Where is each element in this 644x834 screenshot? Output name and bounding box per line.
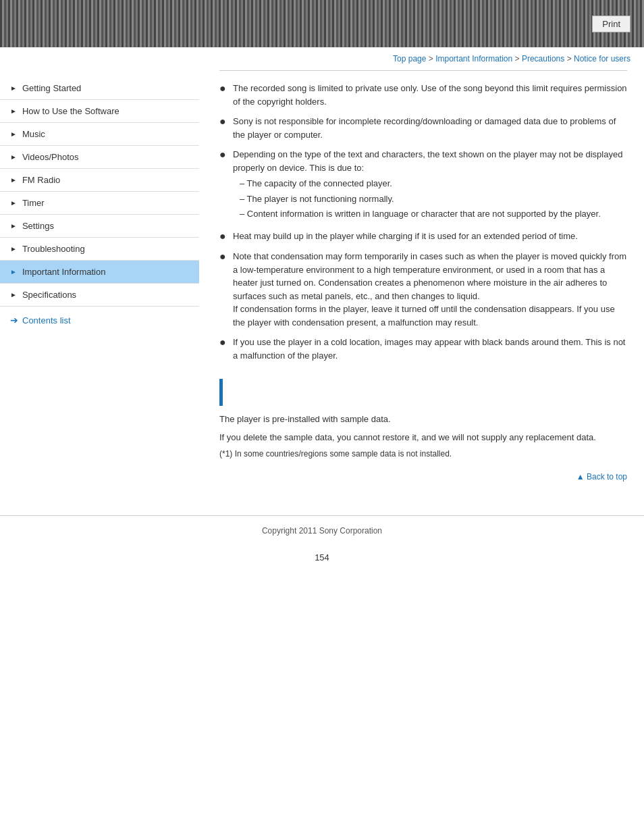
breadcrumb-top-page[interactable]: Top page	[393, 54, 426, 63]
sidebar-label-music: Music	[22, 129, 45, 139]
list-item-text: Sony is not responsible for incomplete r…	[233, 115, 627, 141]
sidebar-arrow-fm-radio: ►	[10, 176, 17, 184]
contents-list-link[interactable]: ➔ Contents list	[0, 307, 199, 334]
sample-data-line2: If you delete the sample data, you canno…	[219, 431, 627, 445]
bullet-dot: ●	[219, 148, 229, 162]
sidebar-label-settings: Settings	[22, 221, 54, 231]
blue-bar-icon	[219, 379, 223, 406]
list-item: ● If you use the player in a cold locati…	[219, 336, 627, 362]
sub-list-item: The player is not functioning normally.	[240, 192, 627, 206]
contents-arrow-icon: ➔	[10, 315, 18, 325]
sidebar-item-troubleshooting[interactable]: ► Troubleshooting	[0, 238, 199, 261]
print-button[interactable]: Print	[592, 16, 630, 32]
breadcrumb-sep-3: >	[567, 54, 574, 63]
page-number: 154	[0, 546, 644, 569]
list-item: ● Note that condensation may form tempor…	[219, 250, 627, 329]
footer: Copyright 2011 Sony Corporation	[0, 515, 644, 546]
sidebar-item-specifications[interactable]: ► Specifications	[0, 284, 199, 307]
sample-data-note: (*1) In some countries/regions some samp…	[219, 449, 627, 459]
sidebar-item-timer[interactable]: ► Timer	[0, 192, 199, 215]
sidebar-item-music[interactable]: ► Music	[0, 123, 199, 146]
contents-list-label: Contents list	[22, 315, 71, 325]
list-item-text: If you use the player in a cold location…	[233, 336, 627, 362]
sidebar-item-how-to-use[interactable]: ► How to Use the Software	[0, 100, 199, 123]
sidebar-arrow-troubleshooting: ►	[10, 245, 17, 253]
breadcrumb-important-information[interactable]: Important Information	[435, 54, 512, 63]
bullet-list: ● The recorded song is limited to privat…	[219, 82, 627, 362]
breadcrumb-sep-2: >	[515, 54, 522, 63]
sidebar-arrow-important-information: ►	[10, 268, 17, 276]
bullet-dot: ●	[219, 115, 229, 129]
section-blue-bar	[219, 379, 627, 406]
header-banner: Print	[0, 0, 644, 47]
breadcrumb-precautions[interactable]: Precautions	[522, 54, 564, 63]
breadcrumb: Top page > Important Information > Preca…	[0, 47, 644, 70]
sidebar-arrow-music: ►	[10, 130, 17, 138]
sub-list: The capacity of the connected player. Th…	[240, 177, 627, 221]
sub-list-item: The capacity of the connected player.	[240, 177, 627, 190]
breadcrumb-notice-for-users[interactable]: Notice for users	[574, 54, 630, 63]
sidebar-label-timer: Timer	[22, 198, 45, 208]
list-item-text: The recorded song is limited to private …	[233, 82, 627, 108]
list-item-text: Heat may build up in the player while ch…	[233, 230, 578, 243]
sidebar-label-specifications: Specifications	[22, 290, 76, 300]
sidebar-arrow-settings: ►	[10, 222, 17, 230]
sidebar-item-settings[interactable]: ► Settings	[0, 215, 199, 238]
list-item: ● Sony is not responsible for incomplete…	[219, 115, 627, 141]
sidebar-label-troubleshooting: Troubleshooting	[22, 244, 85, 254]
list-item: ● The recorded song is limited to privat…	[219, 82, 627, 108]
sidebar: ► Getting Started ► How to Use the Softw…	[0, 70, 199, 502]
sidebar-label-videos-photos: Videos/Photos	[22, 152, 79, 162]
list-item-text: Depending on the type of the text and ch…	[233, 149, 622, 173]
breadcrumb-sep-1: >	[429, 54, 435, 63]
sidebar-item-fm-radio[interactable]: ► FM Radio	[0, 169, 199, 192]
sidebar-label-important-information: Important Information	[22, 267, 106, 277]
bullet-dot: ●	[219, 230, 229, 244]
sidebar-item-important-information[interactable]: ► Important Information	[0, 261, 199, 284]
sidebar-arrow-how-to-use: ►	[10, 107, 17, 115]
bullet-dot: ●	[219, 82, 229, 96]
sidebar-label-getting-started: Getting Started	[22, 83, 81, 93]
sidebar-item-getting-started[interactable]: ► Getting Started	[0, 77, 199, 100]
sidebar-arrow-getting-started: ►	[10, 84, 17, 92]
sub-list-item: Content information is written in langua…	[240, 207, 627, 221]
list-item-text: Note that condensation may form temporar…	[233, 250, 627, 329]
sidebar-label-fm-radio: FM Radio	[22, 175, 60, 185]
sidebar-arrow-specifications: ►	[10, 291, 17, 298]
sidebar-arrow-videos-photos: ►	[10, 153, 17, 161]
sidebar-item-videos-photos[interactable]: ► Videos/Photos	[0, 146, 199, 169]
back-to-top-link[interactable]: Back to top	[576, 472, 627, 481]
copyright-text: Copyright 2011 Sony Corporation	[262, 526, 382, 536]
content-area: ● The recorded song is limited to privat…	[199, 70, 644, 502]
main-layout: ► Getting Started ► How to Use the Softw…	[0, 70, 644, 502]
sample-data-line1: The player is pre-installed with sample …	[219, 413, 627, 427]
list-item: ● Depending on the type of the text and …	[219, 148, 627, 223]
bullet-dot: ●	[219, 336, 229, 350]
list-item: ● Heat may build up in the player while …	[219, 230, 627, 244]
bullet-dot: ●	[219, 250, 229, 264]
top-divider	[219, 70, 627, 71]
sidebar-arrow-timer: ►	[10, 199, 17, 207]
sidebar-label-how-to-use: How to Use the Software	[22, 106, 119, 116]
back-to-top: Back to top	[219, 472, 627, 481]
